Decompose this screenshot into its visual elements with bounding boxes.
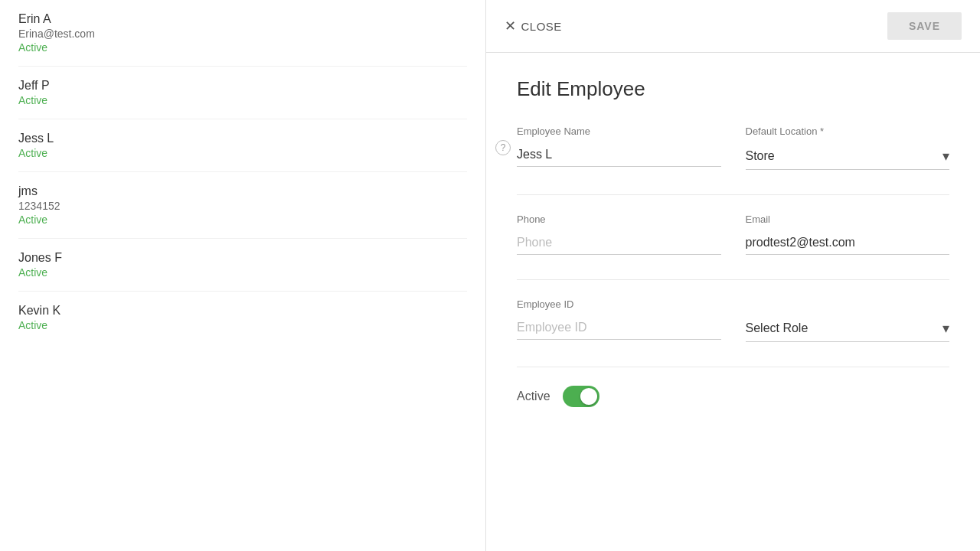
default-location-value: Store bbox=[746, 149, 943, 163]
help-icon[interactable]: ? bbox=[495, 140, 511, 155]
phone-group: Phone bbox=[517, 214, 721, 255]
select-role-dropdown[interactable]: Select Role ▾ bbox=[746, 315, 950, 342]
employee-item-name: Erin A bbox=[18, 12, 467, 26]
employee-item-status: Active bbox=[18, 214, 467, 226]
save-button[interactable]: SAVE bbox=[887, 12, 962, 40]
phone-email-row: Phone Email bbox=[517, 214, 949, 255]
default-location-group: Default Location * Store ▾ bbox=[746, 126, 950, 170]
employee-list-item[interactable]: Jess LActive bbox=[18, 119, 467, 172]
form-content: Edit Employee ? Employee Name Default Lo… bbox=[486, 53, 980, 551]
phone-label: Phone bbox=[517, 214, 721, 225]
active-toggle[interactable] bbox=[563, 386, 599, 407]
employee-item-id: 1234152 bbox=[18, 200, 467, 212]
employee-list-item[interactable]: jms1234152Active bbox=[18, 172, 467, 239]
employee-item-name: Kevin K bbox=[18, 304, 467, 318]
form-title: Edit Employee bbox=[517, 77, 949, 101]
employee-item-name: Jeff P bbox=[18, 79, 467, 93]
panel-header: ✕ CLOSE SAVE bbox=[486, 0, 980, 53]
employee-id-input[interactable] bbox=[517, 316, 721, 340]
location-dropdown-icon: ▾ bbox=[942, 148, 949, 165]
employee-list: Erin AErina@test.comActiveJeff PActiveJe… bbox=[0, 0, 486, 551]
select-role-value: Select Role bbox=[746, 321, 943, 335]
id-role-row: Employee ID Select Role ▾ bbox=[517, 298, 949, 342]
toggle-slider bbox=[563, 386, 599, 407]
employee-item-status: Active bbox=[18, 266, 467, 279]
employee-id-label: Employee ID bbox=[517, 298, 721, 310]
employee-id-group: Employee ID bbox=[517, 298, 721, 342]
employee-item-status: Active bbox=[18, 94, 467, 106]
email-label: Email bbox=[746, 214, 950, 225]
edit-panel: ✕ CLOSE SAVE Edit Employee ? Employee Na… bbox=[486, 0, 980, 551]
active-label: Active bbox=[517, 390, 550, 403]
default-location-select[interactable]: Store ▾ bbox=[746, 143, 950, 170]
default-location-label: Default Location * bbox=[746, 126, 950, 137]
email-input[interactable] bbox=[746, 231, 950, 255]
email-group: Email bbox=[746, 214, 950, 255]
employee-name-group: Employee Name bbox=[517, 126, 721, 170]
close-button[interactable]: ✕ CLOSE bbox=[505, 18, 562, 34]
divider-3 bbox=[517, 367, 949, 367]
employee-list-item[interactable]: Erin AErina@test.comActive bbox=[18, 0, 467, 67]
name-location-row: ? Employee Name Default Location * Store… bbox=[517, 126, 949, 170]
employee-item-name: jms bbox=[18, 184, 467, 198]
employee-item-name: Jess L bbox=[18, 132, 467, 145]
phone-input[interactable] bbox=[517, 231, 721, 255]
employee-list-item[interactable]: Jones FActive bbox=[18, 239, 467, 292]
divider-1 bbox=[517, 194, 949, 195]
employee-name-input[interactable] bbox=[517, 143, 721, 167]
employee-name-label: Employee Name bbox=[517, 126, 721, 137]
close-x-icon: ✕ bbox=[505, 18, 517, 34]
select-role-group: Select Role ▾ bbox=[746, 298, 950, 342]
employee-item-status: Active bbox=[18, 147, 467, 159]
close-label: CLOSE bbox=[521, 20, 562, 33]
employee-item-status: Active bbox=[18, 319, 467, 331]
employee-list-item[interactable]: Kevin KActive bbox=[18, 292, 467, 344]
employee-item-status: Active bbox=[18, 41, 467, 54]
active-toggle-row: Active bbox=[517, 386, 949, 407]
employee-list-item[interactable]: Jeff PActive bbox=[18, 67, 467, 119]
divider-2 bbox=[517, 279, 949, 280]
employee-item-name: Jones F bbox=[18, 251, 467, 265]
role-dropdown-icon: ▾ bbox=[942, 320, 949, 337]
employee-item-email: Erina@test.com bbox=[18, 28, 467, 40]
